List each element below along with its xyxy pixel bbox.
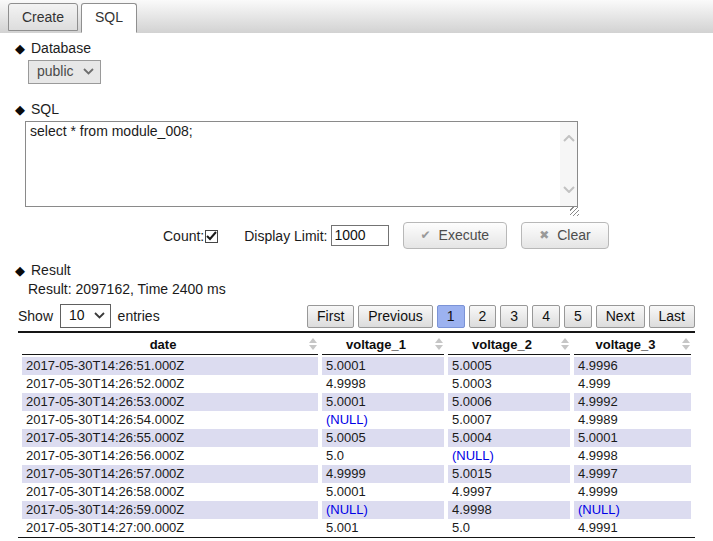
database-select-value: public bbox=[37, 63, 74, 80]
page-button-last[interactable]: Last bbox=[649, 305, 695, 328]
cell-date: 2017-05-30T14:26:54.000Z bbox=[22, 411, 318, 429]
table-row: 2017-05-30T14:26:53.000Z5.00015.00064.99… bbox=[22, 393, 691, 411]
column-header-voltage-3[interactable]: voltage_3 bbox=[574, 333, 691, 355]
execute-button[interactable]: ✔ Execute bbox=[403, 222, 508, 249]
page-button-1[interactable]: 1 bbox=[437, 305, 465, 328]
page-button-4[interactable]: 4 bbox=[532, 305, 560, 328]
main-content: ◆ Database public ◆ SQL select * from mo… bbox=[0, 33, 713, 541]
tab-create[interactable]: Create bbox=[8, 3, 78, 31]
execute-button-label: Execute bbox=[439, 227, 490, 243]
page-button-next[interactable]: Next bbox=[596, 305, 645, 328]
sort-icon bbox=[682, 338, 690, 350]
chevron-down-icon bbox=[94, 312, 105, 319]
page-button-previous[interactable]: Previous bbox=[358, 305, 432, 328]
column-header-date[interactable]: date bbox=[22, 333, 318, 355]
display-limit-input[interactable] bbox=[331, 225, 389, 246]
column-label: voltage_2 bbox=[472, 337, 532, 352]
column-label: voltage_3 bbox=[596, 337, 656, 352]
result-table-body: 2017-05-30T14:26:51.000Z5.00015.00054.99… bbox=[22, 357, 691, 537]
clear-button[interactable]: ✖ Clear bbox=[521, 222, 609, 249]
cell-voltage_1: (NULL) bbox=[322, 501, 444, 519]
page-button-5[interactable]: 5 bbox=[564, 305, 592, 328]
show-entries-control: Show 10 entries bbox=[18, 304, 160, 328]
cell-voltage_2: 4.9998 bbox=[448, 501, 570, 519]
show-label: Show bbox=[18, 308, 53, 324]
clear-button-label: Clear bbox=[557, 227, 590, 243]
result-section-label: Result bbox=[31, 262, 71, 278]
cell-voltage_3: 4.9989 bbox=[574, 411, 691, 429]
table-row: 2017-05-30T14:26:54.000Z(NULL)5.00074.99… bbox=[22, 411, 691, 429]
cell-voltage_3: 4.9998 bbox=[574, 447, 691, 465]
cell-voltage_2: 5.0015 bbox=[448, 465, 570, 483]
cell-date: 2017-05-30T14:26:57.000Z bbox=[22, 465, 318, 483]
cell-voltage_2: 5.0003 bbox=[448, 375, 570, 393]
cell-voltage_3: 4.9996 bbox=[574, 357, 691, 375]
cell-voltage_3: (NULL) bbox=[574, 501, 691, 519]
x-icon: ✖ bbox=[539, 229, 549, 241]
cell-voltage_2: 5.0006 bbox=[448, 393, 570, 411]
column-header-voltage-2[interactable]: voltage_2 bbox=[448, 333, 570, 355]
resize-grip-icon[interactable] bbox=[570, 207, 579, 216]
page-button-2[interactable]: 2 bbox=[469, 305, 497, 328]
diamond-icon: ◆ bbox=[15, 42, 25, 55]
cell-voltage_2: 5.0007 bbox=[448, 411, 570, 429]
result-section-title: ◆ Result bbox=[15, 262, 713, 278]
cell-date: 2017-05-30T14:26:58.000Z bbox=[22, 483, 318, 501]
cell-voltage_1: 5.0001 bbox=[322, 483, 444, 501]
diamond-icon: ◆ bbox=[15, 103, 25, 116]
scroll-down-icon[interactable] bbox=[563, 186, 575, 193]
page-button-3[interactable]: 3 bbox=[500, 305, 528, 328]
column-header-voltage-1[interactable]: voltage_1 bbox=[322, 333, 444, 355]
database-select[interactable]: public bbox=[28, 60, 101, 84]
check-icon bbox=[206, 231, 217, 241]
cell-date: 2017-05-30T14:26:51.000Z bbox=[22, 357, 318, 375]
cell-date: 2017-05-30T14:27:00.000Z bbox=[22, 519, 318, 537]
table-row: 2017-05-30T14:26:58.000Z5.00014.99974.99… bbox=[22, 483, 691, 501]
cell-voltage_3: 4.9991 bbox=[574, 519, 691, 537]
cell-voltage_1: 5.0005 bbox=[322, 429, 444, 447]
table-row: 2017-05-30T14:26:52.000Z4.99985.00034.99… bbox=[22, 375, 691, 393]
cell-voltage_3: 4.9997 bbox=[574, 465, 691, 483]
cell-voltage_1: 5.001 bbox=[322, 519, 444, 537]
cell-voltage_1: (NULL) bbox=[322, 411, 444, 429]
cell-date: 2017-05-30T14:26:55.000Z bbox=[22, 429, 318, 447]
cell-voltage_3: 5.0001 bbox=[574, 429, 691, 447]
tab-bar: Create SQL bbox=[0, 0, 713, 33]
cell-voltage_3: 4.9999 bbox=[574, 483, 691, 501]
textarea-scrollbar[interactable] bbox=[560, 122, 577, 206]
cell-voltage_2: 5.0005 bbox=[448, 357, 570, 375]
sort-icon bbox=[435, 338, 443, 350]
result-summary: Result: 2097162, Time 2400 ms bbox=[28, 281, 713, 297]
cell-voltage_2: 5.0004 bbox=[448, 429, 570, 447]
table-row: 2017-05-30T14:26:51.000Z5.00015.00054.99… bbox=[22, 357, 691, 375]
table-row: 2017-05-30T14:26:57.000Z4.99995.00154.99… bbox=[22, 465, 691, 483]
page-button-first[interactable]: First bbox=[307, 305, 354, 328]
cell-voltage_1: 4.9998 bbox=[322, 375, 444, 393]
cell-voltage_3: 4.9992 bbox=[574, 393, 691, 411]
table-row: 2017-05-30T14:26:59.000Z(NULL)4.9998(NUL… bbox=[22, 501, 691, 519]
column-label: voltage_1 bbox=[346, 337, 406, 352]
sort-icon bbox=[309, 338, 317, 350]
count-checkbox[interactable] bbox=[205, 230, 218, 243]
column-label: date bbox=[150, 337, 177, 352]
cell-date: 2017-05-30T14:26:53.000Z bbox=[22, 393, 318, 411]
pagination: FirstPrevious12345NextLast bbox=[307, 305, 695, 328]
table-row: 2017-05-30T14:27:00.000Z5.0015.04.9991 bbox=[22, 519, 691, 537]
cell-voltage_2: 4.9997 bbox=[448, 483, 570, 501]
sort-icon bbox=[561, 338, 569, 350]
scroll-up-icon[interactable] bbox=[563, 135, 575, 142]
cell-voltage_1: 5.0001 bbox=[322, 393, 444, 411]
cell-voltage_3: 4.999 bbox=[574, 375, 691, 393]
cell-voltage_1: 5.0001 bbox=[322, 357, 444, 375]
table-toolbar: Show 10 entries FirstPrevious12345NextLa… bbox=[18, 304, 695, 328]
table-header-row: date voltage_1 voltage_2 voltage_3 bbox=[22, 333, 691, 355]
result-table: date voltage_1 voltage_2 voltage_3 bbox=[18, 331, 695, 538]
cell-date: 2017-05-30T14:26:52.000Z bbox=[22, 375, 318, 393]
tab-sql[interactable]: SQL bbox=[81, 3, 137, 33]
page-length-select[interactable]: 10 bbox=[60, 304, 111, 328]
cell-voltage_2: (NULL) bbox=[448, 447, 570, 465]
sql-textarea[interactable]: select * from module_008; bbox=[25, 121, 578, 207]
entries-label: entries bbox=[118, 308, 160, 324]
page-length-value: 10 bbox=[69, 307, 85, 324]
sql-query-text: select * from module_008; bbox=[26, 122, 577, 140]
